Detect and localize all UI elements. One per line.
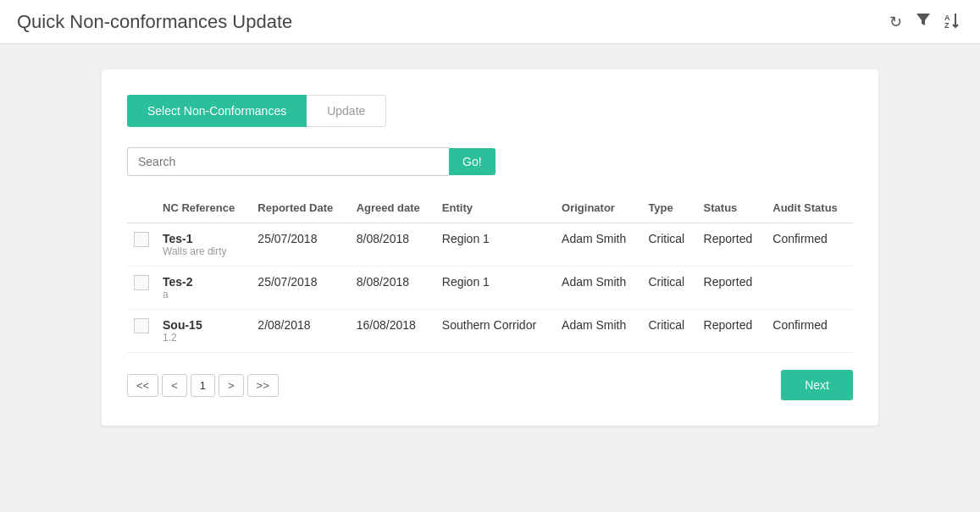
row-checkbox[interactable] [134, 275, 149, 290]
col-status: Status [697, 193, 767, 223]
filter-icon[interactable] [916, 12, 931, 31]
search-input[interactable] [127, 147, 449, 176]
page-first-button[interactable]: << [127, 374, 158, 397]
row-nc-reference: Sou-15 1.2 [156, 310, 251, 353]
svg-marker-0 [916, 14, 930, 25]
nc-desc-value: Walls are dirty [163, 245, 244, 257]
svg-text:Z: Z [944, 21, 950, 29]
nc-desc-value: 1.2 [163, 332, 244, 344]
sort-icon[interactable]: A Z [944, 12, 963, 32]
row-type: Critical [641, 310, 696, 353]
page-current-button[interactable]: 1 [191, 374, 215, 397]
row-agreed-date: 16/08/2018 [350, 310, 435, 353]
row-checkbox[interactable] [134, 318, 149, 333]
row-audit-status [766, 267, 853, 310]
page-prev-button[interactable]: < [162, 374, 187, 397]
page-title: Quick Non-conformances Update [17, 11, 292, 33]
nc-desc-value: a [163, 289, 244, 300]
row-originator: Adam Smith [555, 267, 641, 310]
nc-table: NC Reference Reported Date Agreed date E… [127, 193, 853, 353]
row-originator: Adam Smith [555, 310, 641, 353]
row-reported-date: 25/07/2018 [251, 223, 349, 267]
search-row: Go! [127, 147, 853, 176]
row-checkbox-cell [127, 223, 156, 267]
row-status: Reported [697, 267, 767, 310]
table-row: Sou-15 1.2 2/08/2018 16/08/2018 Southern… [127, 310, 853, 353]
col-agreed-date: Agreed date [350, 193, 435, 223]
refresh-icon[interactable]: ↻ [889, 13, 902, 31]
row-agreed-date: 8/08/2018 [350, 223, 435, 267]
tab-bar: Select Non-Conformances Update [127, 95, 853, 127]
col-type: Type [641, 193, 696, 223]
next-button[interactable]: Next [781, 370, 853, 400]
table-row: Tes-2 a 25/07/2018 8/08/2018 Region 1 Ad… [127, 267, 853, 310]
col-originator: Originator [555, 193, 641, 223]
row-checkbox-cell [127, 310, 156, 353]
content-area: Select Non-Conformances Update Go! NC Re… [0, 44, 980, 512]
row-entity: Southern Corridor [435, 310, 555, 353]
nc-ref-value: Tes-1 [163, 232, 244, 245]
header-actions: ↻ A Z [889, 12, 963, 32]
row-checkbox-cell [127, 267, 156, 310]
row-audit-status: Confirmed [766, 223, 853, 267]
row-checkbox[interactable] [134, 232, 149, 247]
row-agreed-date: 8/08/2018 [350, 267, 435, 310]
main-card: Select Non-Conformances Update Go! NC Re… [102, 69, 878, 426]
row-audit-status: Confirmed [766, 310, 853, 353]
pagination-controls: << < 1 > >> [127, 374, 279, 397]
row-originator: Adam Smith [555, 223, 641, 267]
tab-select-non-conformances[interactable]: Select Non-Conformances [127, 95, 307, 127]
pagination-row: << < 1 > >> Next [127, 370, 853, 400]
col-checkbox [127, 193, 156, 223]
tab-update[interactable]: Update [307, 95, 386, 127]
search-button[interactable]: Go! [449, 148, 496, 175]
row-type: Critical [641, 223, 696, 267]
page-last-button[interactable]: >> [247, 374, 279, 397]
row-reported-date: 2/08/2018 [251, 310, 349, 353]
row-type: Critical [641, 267, 696, 310]
row-status: Reported [697, 310, 767, 353]
table-header-row: NC Reference Reported Date Agreed date E… [127, 193, 853, 223]
row-nc-reference: Tes-2 a [156, 267, 251, 310]
nc-ref-value: Tes-2 [163, 275, 244, 289]
col-nc-reference: NC Reference [156, 193, 251, 223]
page-next-page-button[interactable]: > [219, 374, 244, 397]
row-entity: Region 1 [435, 223, 555, 267]
header: Quick Non-conformances Update ↻ A Z [0, 0, 980, 44]
row-entity: Region 1 [435, 267, 555, 310]
row-nc-reference: Tes-1 Walls are dirty [156, 223, 251, 267]
col-reported-date: Reported Date [251, 193, 349, 223]
col-audit-status: Audit Status [766, 193, 853, 223]
table-row: Tes-1 Walls are dirty 25/07/2018 8/08/20… [127, 223, 853, 267]
col-entity: Entity [435, 193, 555, 223]
nc-ref-value: Sou-15 [163, 318, 244, 332]
row-status: Reported [697, 223, 767, 267]
row-reported-date: 25/07/2018 [251, 267, 349, 310]
